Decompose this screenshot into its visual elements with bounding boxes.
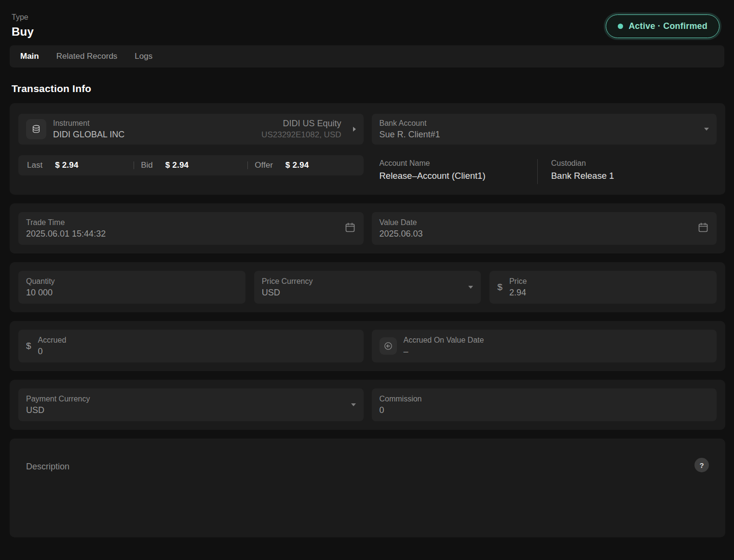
price-value: 2.94 (509, 287, 527, 298)
price-currency-value: USD (262, 287, 313, 298)
coins-icon (26, 119, 46, 139)
bid-label: Bid (141, 160, 153, 170)
quantity-field[interactable]: Quantity 10 000 (18, 271, 245, 304)
instrument-ticker-block: DIDI US Equity US23292E1082, USD (261, 119, 341, 140)
type-block: Type Buy (12, 13, 34, 39)
instrument-column: Instrument DIDI GLOBAL INC DIDI US Equit… (18, 114, 364, 184)
accrued-label: Accrued (38, 335, 67, 345)
trade-time-value: 2025.06.01 15:44:32 (26, 228, 106, 239)
calendar-icon[interactable] (344, 222, 356, 235)
price-currency-select[interactable]: Price Currency USD (254, 271, 481, 304)
bank-account-value: Sue R. Client#1 (380, 129, 440, 140)
custodian-block: Custodian Bank Release 1 (551, 159, 709, 181)
value-date-field[interactable]: Value Date 2025.06.03 (372, 212, 717, 245)
payment-card: Payment Currency USD Commission 0 (10, 380, 725, 430)
commission-value: 0 (380, 405, 422, 415)
price-currency-label: Price Currency (262, 277, 313, 286)
status-badge[interactable]: Active · Confirmed (606, 14, 720, 38)
offer-value: $ 2.94 (285, 160, 309, 170)
price-field[interactable]: $ Price 2.94 (489, 271, 717, 304)
section-title: Transaction Info (12, 83, 722, 94)
bank-account-label: Bank Account (380, 119, 440, 128)
chevron-down-icon (704, 128, 709, 131)
chevron-down-icon (351, 403, 356, 406)
quantity-price-card: Quantity 10 000 Price Currency USD $ Pri… (10, 262, 725, 312)
description-label: Description (26, 462, 69, 472)
help-icon[interactable]: ? (694, 458, 709, 472)
circle-arrow-icon (380, 337, 397, 355)
accrued-value: 0 (38, 346, 67, 357)
instrument-identifier: US23292E1082, USD (261, 130, 341, 140)
accrued-on-value-date-label: Accrued On Value Date (404, 335, 484, 345)
transaction-page: Type Buy Active · Confirmed Main Related… (0, 0, 734, 560)
accrued-field[interactable]: $ Accrued 0 (18, 330, 364, 362)
instrument-field[interactable]: Instrument DIDI GLOBAL INC DIDI US Equit… (18, 114, 364, 145)
offer-quote: Offer $ 2.94 (248, 160, 361, 170)
price-label: Price (509, 277, 527, 286)
payment-currency-label: Payment Currency (26, 394, 90, 403)
account-name-block: Account Name Release–Account (Client1) (380, 159, 537, 181)
trade-time-label: Trade Time (26, 218, 106, 227)
tab-bar: Main Related Records Logs (10, 45, 724, 67)
payment-currency-select[interactable]: Payment Currency USD (18, 388, 364, 421)
account-details-row: Account Name Release–Account (Client1) C… (372, 159, 717, 184)
page-header: Type Buy Active · Confirmed (0, 0, 734, 45)
chevron-right-icon (353, 127, 356, 132)
bank-account-select[interactable]: Bank Account Sue R. Client#1 (372, 114, 717, 145)
quantity-value: 10 000 (26, 287, 55, 298)
instrument-name: DIDI GLOBAL INC (53, 129, 124, 140)
dates-card: Trade Time 2025.06.01 15:44:32 Value Dat… (10, 203, 725, 253)
status-dot-icon (618, 24, 623, 29)
trade-time-field[interactable]: Trade Time 2025.06.01 15:44:32 (18, 212, 364, 245)
tab-logs[interactable]: Logs (135, 52, 152, 61)
payment-currency-value: USD (26, 405, 90, 415)
tab-related-records[interactable]: Related Records (56, 52, 118, 61)
offer-label: Offer (255, 160, 272, 170)
accrued-on-value-date-value: – (404, 346, 484, 357)
dollar-icon: $ (497, 282, 503, 293)
value-date-value: 2025.06.03 (380, 228, 423, 239)
last-quote: Last $ 2.94 (20, 160, 134, 170)
account-name-value: Release–Account (Client1) (380, 171, 537, 181)
instrument-bank-card: Instrument DIDI GLOBAL INC DIDI US Equit… (10, 103, 725, 195)
chevron-down-icon (468, 286, 473, 289)
vertical-divider (537, 159, 538, 184)
instrument-ticker: DIDI US Equity (261, 119, 341, 129)
bank-account-column: Bank Account Sue R. Client#1 Account Nam… (372, 114, 717, 184)
market-quotes-row: Last $ 2.94 Bid $ 2.94 Offer $ 2.94 (18, 155, 364, 175)
custodian-value: Bank Release 1 (551, 171, 709, 181)
quantity-label: Quantity (26, 277, 55, 286)
last-value: $ 2.94 (55, 160, 78, 170)
accrued-card: $ Accrued 0 Accrued On Value Date – (10, 321, 725, 371)
value-date-label: Value Date (380, 218, 423, 227)
type-label: Type (12, 13, 34, 22)
custodian-label: Custodian (551, 159, 709, 168)
type-value: Buy (12, 25, 34, 39)
commission-field[interactable]: Commission 0 (372, 388, 717, 421)
status-badge-label: Active · Confirmed (628, 21, 707, 31)
tab-main[interactable]: Main (20, 52, 39, 61)
bid-quote: Bid $ 2.94 (134, 160, 247, 170)
commission-label: Commission (380, 394, 422, 403)
dollar-icon: $ (26, 341, 31, 351)
description-field[interactable]: Description ? (10, 439, 725, 537)
calendar-icon[interactable] (697, 222, 709, 235)
bid-value: $ 2.94 (165, 160, 189, 170)
instrument-label: Instrument (53, 119, 124, 128)
account-name-label: Account Name (380, 159, 537, 168)
accrued-on-value-date-field[interactable]: Accrued On Value Date – (372, 330, 717, 362)
last-label: Last (27, 160, 42, 170)
